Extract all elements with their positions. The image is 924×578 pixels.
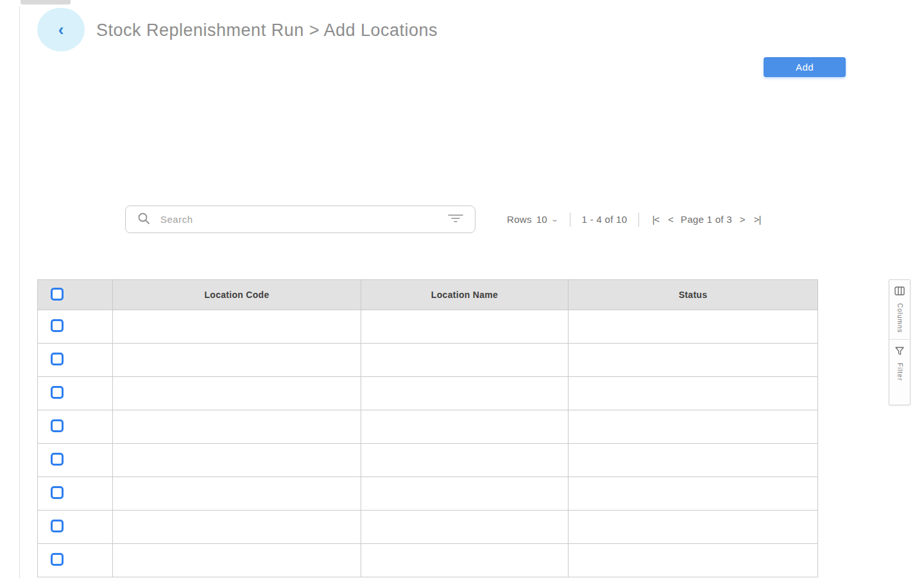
top-edge-fragment [21, 0, 71, 4]
row-checkbox[interactable] [51, 486, 64, 499]
cell-location-code [113, 544, 361, 577]
rows-value: 10 [536, 214, 547, 225]
row-checkbox[interactable] [51, 419, 64, 432]
first-page-button[interactable]: |< [651, 214, 660, 225]
cell-location-name [361, 310, 569, 344]
row-checkbox[interactable] [51, 520, 64, 532]
add-button[interactable]: Add [764, 57, 846, 77]
columns-tool[interactable]: Columns [894, 286, 905, 333]
cell-location-name [361, 477, 569, 511]
page: ‹ Stock Replenishment Run > Add Location… [0, 0, 924, 578]
columns-label: Columns [896, 303, 903, 333]
cell-location-code [113, 377, 361, 410]
left-border-rule [19, 6, 20, 578]
cell-status [569, 544, 818, 577]
page-title: Stock Replenishment Run > Add Locations [96, 21, 438, 40]
cell-status [569, 377, 818, 410]
locations-table: Location Code Location Name Status [37, 279, 818, 577]
column-header-location-code[interactable]: Location Code [113, 280, 361, 310]
table-row [38, 344, 818, 377]
cell-status [569, 477, 818, 511]
row-checkbox-cell [38, 544, 113, 577]
table-row [38, 511, 818, 544]
range-text: 1 - 4 of 10 [582, 214, 628, 225]
cell-location-code [113, 344, 361, 377]
search-input[interactable] [160, 214, 448, 225]
page-text: Page 1 of 3 [681, 214, 732, 225]
row-checkbox[interactable] [51, 553, 64, 566]
select-all-checkbox[interactable] [51, 288, 64, 301]
row-checkbox-cell [38, 511, 113, 544]
row-checkbox[interactable] [51, 386, 64, 399]
cell-location-name [361, 344, 569, 377]
table-tools-panel: Columns Filter [889, 279, 911, 405]
table-row [38, 444, 818, 477]
chevron-down-icon: ⌄ [551, 215, 559, 223]
filter-label: Filter [896, 363, 903, 381]
back-chevron-icon: ‹ [58, 21, 64, 38]
search-icon [137, 212, 150, 227]
filter-funnel-icon [895, 346, 904, 358]
next-page-button[interactable]: > [739, 214, 746, 225]
column-header-status[interactable]: Status [569, 280, 818, 310]
cell-location-name [361, 410, 569, 444]
column-header-location-name[interactable]: Location Name [361, 280, 569, 310]
row-checkbox[interactable] [51, 319, 64, 332]
cell-location-code [113, 410, 361, 444]
table-row [38, 310, 818, 344]
cell-location-code [113, 310, 361, 344]
rows-per-page-select[interactable]: Rows 10 ⌄ [507, 214, 558, 225]
row-checkbox[interactable] [51, 453, 64, 466]
table-body [38, 310, 818, 577]
row-checkbox-cell [38, 410, 113, 444]
cell-location-name [361, 511, 569, 544]
row-checkbox-cell [38, 377, 113, 410]
pagination-divider [570, 213, 570, 227]
filter-lines-icon[interactable] [448, 213, 463, 226]
cell-location-code [113, 511, 361, 544]
table-header-row: Location Code Location Name Status [38, 280, 818, 310]
back-button[interactable]: ‹ [37, 8, 85, 51]
side-panel-separator [889, 339, 910, 340]
cell-status [569, 511, 818, 544]
row-checkbox-cell [38, 477, 113, 511]
table-row [38, 377, 818, 410]
header-checkbox-cell [38, 280, 113, 310]
filter-tool[interactable]: Filter [895, 346, 904, 381]
search-box[interactable] [125, 206, 475, 233]
cell-status [569, 444, 818, 477]
row-checkbox-cell [38, 344, 113, 377]
cell-location-name [361, 377, 569, 410]
last-page-button[interactable]: >| [753, 214, 762, 225]
cell-status [569, 410, 818, 444]
cell-location-name [361, 444, 569, 477]
row-checkbox-cell [38, 310, 113, 344]
cell-status [569, 344, 818, 377]
row-checkbox-cell [38, 444, 113, 477]
cell-location-name [361, 544, 569, 577]
table-row [38, 544, 818, 577]
pagination-divider [638, 213, 639, 227]
pagination-bar: Rows 10 ⌄ 1 - 4 of 10 |< < Page 1 of 3 >… [507, 206, 853, 233]
table-row [38, 410, 818, 444]
row-checkbox[interactable] [51, 353, 64, 365]
columns-icon [894, 286, 905, 298]
table-row [38, 477, 818, 511]
cell-location-code [113, 444, 361, 477]
cell-location-code [113, 477, 361, 511]
prev-page-button[interactable]: < [667, 214, 674, 225]
cell-status [569, 310, 818, 344]
rows-label: Rows [507, 214, 532, 225]
